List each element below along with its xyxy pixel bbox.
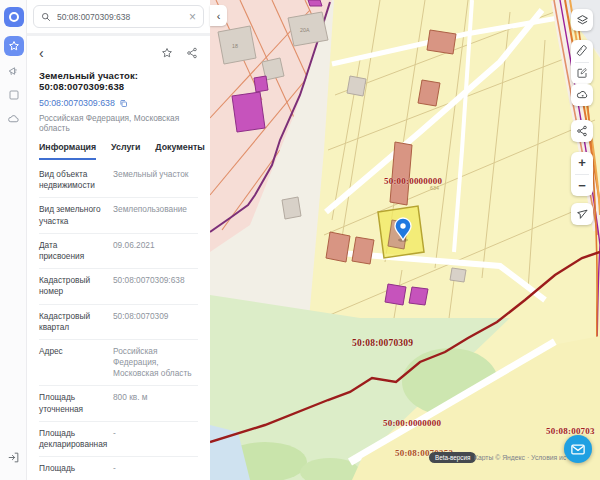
search-input[interactable] [57,12,183,22]
tab-information[interactable]: Информация [39,142,96,160]
app-logo[interactable] [4,7,24,27]
house-number-label: 18 [232,43,238,49]
parcel-title: Земельный участок: 50:08:0070309:638 [27,64,210,92]
rail-cloud-button[interactable] [6,111,21,126]
megaphone-icon [7,64,20,77]
login-icon [7,451,20,464]
navigation-arrow-icon [576,208,588,220]
ruler-button[interactable] [571,40,593,62]
app-window: { "search": { "value": "50:08:0070309:63… [0,0,600,480]
layers-icon [576,14,589,27]
share-nodes-icon [576,125,588,137]
panorama-icon [576,89,589,102]
field-row: Вид объекта недвижимостиЗемельный участо… [39,163,198,197]
tab-services[interactable]: Услуги [111,142,140,160]
rail-login-button[interactable] [6,450,21,465]
clear-search-icon[interactable]: × [189,11,196,23]
parcel-info-panel: ‹ Земельный участок: 50:08:0070309:638 5… [27,36,210,480]
tab-documents[interactable]: Документы [155,142,204,160]
cloud-icon [7,112,20,125]
share-map-button[interactable] [571,120,593,142]
back-button[interactable]: ‹ [39,46,44,60]
cadastral-number-link[interactable]: 50:08:0070309:638 [39,98,115,108]
field-list: Вид объекта недвижимостиЗемельный участо… [27,161,210,480]
zoom-out-button[interactable]: − [571,175,593,197]
rail-favorites-button[interactable] [4,36,24,56]
logo-icon [9,12,19,22]
edit-button[interactable] [571,63,593,85]
share-icon[interactable] [186,47,198,59]
layers-button[interactable] [571,9,593,31]
star-icon [8,40,20,52]
measure-draw-group [571,40,593,84]
favorite-star-icon[interactable] [161,47,173,59]
ruler-icon [576,45,588,57]
map-attribution[interactable]: Карты © Яндекс · Условия испол [474,454,566,461]
field-row: Площадь декларированная- [39,421,198,456]
plus-icon: + [578,156,586,169]
quarter-label: 50:08:0070309 [352,338,413,348]
parcel-region: Российская Федерация, Московская область [27,108,210,133]
field-row: Кадастровый квартал50:08:0070309 [39,304,198,339]
beta-badge: Beta-версия [429,452,476,463]
field-row: Вид земельного участкаЗемлепользование [39,197,198,232]
locate-button[interactable] [571,203,593,225]
field-row: АдресРоссийская Федерация, Московская об… [39,339,198,386]
rail-selection-button[interactable] [6,87,21,102]
copy-icon[interactable] [119,99,128,108]
minus-icon: − [578,179,586,192]
square-outline-icon [8,89,20,101]
house-number-label: 634 [430,185,439,191]
envelope-icon [571,444,585,455]
quarter-label: 50:08:00703 [546,426,595,436]
panorama-button[interactable] [571,84,593,106]
collapse-sidebar-button[interactable]: ‹ [210,5,227,26]
zoom-in-button[interactable]: + [571,152,593,174]
edit-square-icon [576,67,588,79]
zoom-control: + − [571,152,593,196]
field-row: Площадь- [39,456,198,480]
field-row: Кадастровый номер50:08:0070309:638 [39,268,198,303]
search-icon [41,12,51,22]
field-row: Площадь уточненная800 кв. м [39,385,198,420]
rail-megaphone-button[interactable] [6,63,21,78]
app-rail [0,0,27,480]
field-row: Дата присвоения09.06.2021 [39,233,198,268]
map-canvas[interactable]: 50:00:0000000 50:08:0070309 50:00:000000… [210,0,600,480]
selected-parcel[interactable] [378,206,424,258]
search-bar[interactable]: × [33,5,204,28]
house-number-label: 20A [300,27,310,33]
quarter-label: 50:00:0000000 [383,418,441,428]
feedback-button[interactable] [564,435,592,463]
sidebar: × ‹ Земельный участок: 50:08:0070309:638… [27,0,210,480]
tab-bar: Информация Услуги Документы [27,133,210,161]
